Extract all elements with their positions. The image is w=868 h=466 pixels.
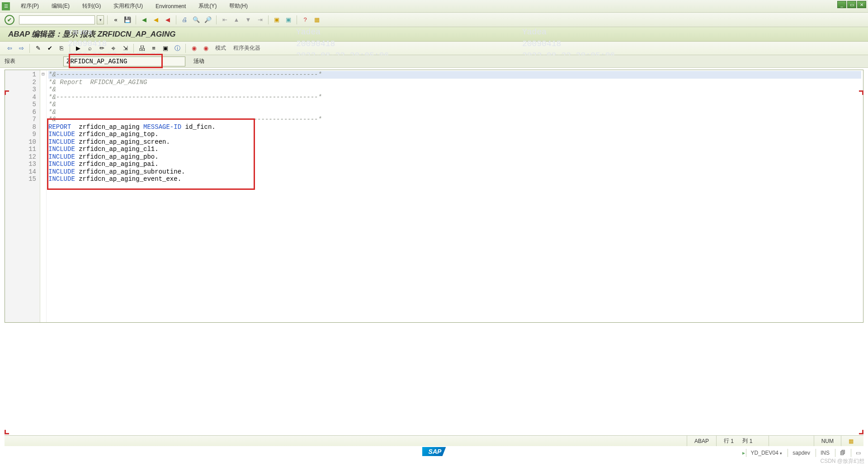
status-num: NUM	[814, 436, 841, 446]
line-gutter: 123456789101112131415	[5, 70, 40, 322]
app-toolbar: ⇦ ⇨ ✎ ✔ ⎘ ▶ ⌕ ✏ ⎆ ⇲ 品 ≡ ▣ ⓘ ◉ ◉ 模式 程序美化器	[0, 42, 868, 55]
new-session-icon[interactable]: ▣	[272, 15, 282, 25]
hierarchy-icon[interactable]: 品	[137, 43, 147, 53]
breakpoint-2-icon[interactable]: ◉	[201, 43, 211, 53]
menu-system[interactable]: 系统(Y)	[192, 0, 223, 12]
status-position: 行 1 列 1	[716, 436, 769, 446]
status-lang: ABAP	[687, 436, 716, 446]
corner-marker	[5, 90, 9, 95]
create-shortcut-icon[interactable]: ▣	[283, 15, 293, 25]
footer-right: ▸ YD_DEV04 ▾ sapdev INS 🗐 ▭	[742, 449, 865, 457]
ins-mode: INS	[816, 449, 834, 457]
menu-help[interactable]: 帮助(H)	[223, 0, 254, 12]
find-icon[interactable]: 🔍	[191, 15, 201, 25]
corner-marker	[859, 430, 863, 434]
back-icon[interactable]: ◀	[139, 15, 149, 25]
page-title: ABAP 编辑器：显示 报表 ZRFIDCN_AP_AGING	[0, 27, 868, 42]
status-label: 活动	[193, 57, 204, 65]
maximize-icon[interactable]: ▭	[847, 1, 856, 8]
code-editor[interactable]: 123456789101112131415 ⊟ *&--------------…	[5, 70, 863, 323]
sap-logo: SAP	[422, 447, 446, 456]
status-spacer	[769, 436, 814, 446]
info-icon[interactable]: ⓘ	[172, 43, 182, 53]
minimize-icon[interactable]: _	[837, 1, 846, 8]
first-page-icon[interactable]: ⇤	[220, 15, 230, 25]
last-page-icon[interactable]: ⇥	[255, 15, 265, 25]
close-icon[interactable]: ✕	[857, 1, 866, 8]
corner-marker	[5, 430, 9, 434]
menubar: ☰ 程序(P) 编辑(E) 转到(G) 实用程序(U) Environment …	[0, 0, 868, 13]
layout-icon[interactable]: ▦	[312, 15, 322, 25]
find-next-icon[interactable]: 🔎	[203, 15, 213, 25]
fold-column: ⊟	[40, 70, 47, 322]
menu-goto[interactable]: 转到(G)	[76, 0, 107, 12]
pretty-printer-button[interactable]: 程序美化器	[231, 44, 263, 52]
nav-forward-icon[interactable]: ⇨	[16, 43, 26, 53]
history-back-icon[interactable]: «	[111, 15, 121, 25]
help-icon[interactable]: ?	[300, 15, 310, 25]
save-icon[interactable]: 💾	[123, 15, 132, 25]
footer-icon-1[interactable]: 🗐	[835, 449, 850, 457]
activate-icon[interactable]: ⎘	[57, 43, 66, 53]
report-label: 报表	[5, 57, 63, 65]
prev-page-icon[interactable]: ▲	[231, 15, 241, 25]
client-id: sapdev	[788, 449, 815, 457]
editor-status-bar: ABAP 行 1 列 1 NUM ▦	[5, 435, 863, 446]
mode-label: 模式	[212, 44, 229, 52]
sap-session-icon[interactable]: ☰	[2, 2, 10, 10]
corner-marker	[859, 90, 863, 95]
print-icon[interactable]: 🖨	[179, 15, 189, 25]
menu-environment[interactable]: Environment	[149, 1, 192, 11]
report-name-input[interactable]	[63, 56, 185, 66]
breakpoint-icon[interactable]: ◉	[189, 43, 199, 53]
fullscreen-icon[interactable]: ▣	[160, 43, 170, 53]
edit-icon[interactable]: ✏	[97, 43, 107, 53]
code-content[interactable]: *&--------------------------------------…	[47, 70, 863, 322]
cancel-icon[interactable]: ◀	[163, 15, 173, 25]
command-field[interactable]	[19, 15, 95, 24]
status-options-icon[interactable]: ▦	[841, 436, 861, 446]
menu-program[interactable]: 程序(P)	[14, 0, 45, 12]
enhance-icon[interactable]: ⇲	[120, 43, 130, 53]
test-icon[interactable]: ▶	[73, 43, 83, 53]
check-icon[interactable]: ✔	[45, 43, 55, 53]
next-page-icon[interactable]: ▼	[243, 15, 253, 25]
other-object-icon[interactable]: ⎆	[108, 43, 118, 53]
system-id[interactable]: YD_DEV04 ▾	[746, 449, 787, 457]
footer-icon-2[interactable]: ▭	[851, 449, 865, 457]
exit-icon[interactable]: ◀	[151, 15, 161, 25]
display-change-icon[interactable]: ✎	[33, 43, 43, 53]
menu-utilities[interactable]: 实用程序(U)	[107, 0, 149, 12]
outline-icon[interactable]: ≡	[149, 43, 159, 53]
where-used-icon[interactable]: ⌕	[85, 43, 95, 53]
standard-toolbar: ✔ ▾ « 💾 ◀ ◀ ◀ 🖨 🔍 🔎 ⇤ ▲ ▼ ⇥ ▣ ▣ ? ▦	[0, 13, 868, 27]
command-dropdown[interactable]: ▾	[97, 15, 104, 24]
object-field-row: 报表 活动	[0, 55, 868, 68]
enter-button[interactable]: ✔	[5, 15, 14, 25]
csdn-watermark: CSDN @放弃幻想	[820, 457, 864, 465]
menu-edit[interactable]: 编辑(E)	[45, 0, 76, 12]
nav-back-icon[interactable]: ⇦	[5, 43, 14, 53]
window-controls: _ ▭ ✕	[837, 1, 866, 8]
footer: SAP	[0, 446, 868, 457]
